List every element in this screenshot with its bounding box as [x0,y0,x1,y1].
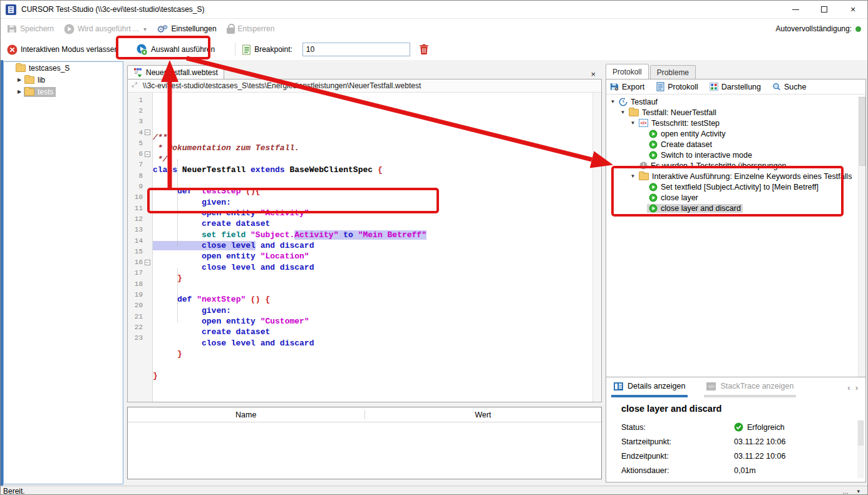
autocomplete-status: Autovervollständigung: [776,24,861,33]
variables-column-name[interactable]: Name [128,411,365,419]
code-line-9[interactable]: create dataset [153,218,592,229]
tab-neuertestfall[interactable]: NeuerTestfall.webtest [127,65,224,79]
tree-expanded-icon[interactable]: ▼ [629,120,637,126]
nav-next-icon[interactable]: › [855,383,858,392]
tree-expanded-icon[interactable]: ▼ [619,110,627,115]
code-line-17[interactable]: given: [153,305,592,316]
fold-icon[interactable]: − [145,151,150,157]
variables-table: NameWert [127,407,602,479]
play-icon [649,183,658,191]
file-tree: testcases_S▶lib▶tests [4,62,123,98]
code-line-5[interactable] [153,175,592,186]
fold-icon[interactable]: − [145,260,150,265]
code-line-1[interactable]: /** [153,132,592,143]
code-line-8[interactable]: open entity "Activity" [153,208,592,218]
code-line-2[interactable]: * Dokumentation zum Testfall. [153,143,592,153]
code-line-3[interactable]: */ [153,154,592,165]
tree-collapsed-icon[interactable]: ▶ [15,77,24,83]
file-tree-item[interactable]: ▶lib [4,74,123,86]
status-bar: Bereit. ... ▾ [1,486,867,495]
suche-button[interactable]: Suche [772,83,806,91]
tree-collapsed-icon[interactable]: ▶ [15,89,24,94]
file-tree-label: tests [38,88,53,96]
details-scrollbar[interactable] [857,420,864,478]
expand-editor-icon[interactable] [132,82,139,89]
tree-expanded-icon[interactable]: ▼ [609,99,617,105]
settings-button[interactable]: ⚙⚙ Einstellungen [157,24,216,34]
code-line-22[interactable] [153,359,592,370]
code-line-15[interactable] [153,283,592,294]
code-line-7[interactable]: given: [153,197,592,208]
unlock-button[interactable]: Entsperren [227,24,275,34]
minimize-icon [792,9,799,10]
protocol-tree-item[interactable]: ▼Testlauf [606,96,858,107]
breakpoint-input[interactable] [302,43,410,56]
stacktrace-icon: </> [706,382,716,390]
tab-close-icon[interactable]: × [591,69,596,79]
close-button[interactable]: × [839,1,867,18]
running-button[interactable]: Wird ausgeführt ... ▾ [64,24,147,34]
tab-stacktrace-anzeigen[interactable]: </> StackTrace anzeigen [704,377,796,397]
tab-protokoll[interactable]: Protokoll [606,64,649,79]
code-line-11[interactable]: close level and discard [153,240,592,251]
file-tree-item[interactable]: testcases_S [4,62,123,74]
darstellung-button[interactable]: Darstellung [710,83,761,91]
protocol-tabs: ProtokollProbleme [606,60,866,79]
code-line-18[interactable]: open entity "Customer" [153,316,592,327]
protocol-tree-item[interactable]: ▼Testfall: NeuerTestfall [606,107,858,118]
run-selection-button[interactable]: Auswahl ausführen [136,44,215,56]
details-body: close layer and discard Status:Erfolgrei… [606,397,865,482]
code-line-12[interactable]: open entity "Location" [153,251,592,262]
protocol-tree-item[interactable]: Es wurden 1 Testschritte übersprungen [606,160,858,171]
nav-prev-icon[interactable]: ‹ [847,383,850,392]
webtest-file-icon [133,68,143,77]
protocol-tree-item[interactable]: ▼</>Testschritt: testStep [606,118,858,128]
editor-column: NeuerTestfall.webtest × \\3c-evi\test-st… [127,60,602,486]
tree-expanded-icon[interactable]: ▼ [629,173,637,179]
protocol-scrollbar[interactable] [858,96,865,377]
window-title: CURSOR Test-Studio (\\3c-evi\test-studio… [21,5,205,14]
status-dropdown-icon[interactable]: ▾ [857,488,860,494]
code-line-14[interactable]: } [153,273,592,283]
editor-scrollbar[interactable] [592,93,601,402]
line-number: 15 [128,248,145,255]
code-line-20[interactable]: close level and discard [153,338,592,349]
details-row: Startzeitpunkt:03.11.22 10:06 [621,434,857,449]
protocol-tree-item[interactable]: Create dataset [606,139,858,150]
maximize-button[interactable] [810,1,839,18]
details-row: Endzeitpunkt:03.11.22 10:06 [621,449,857,463]
code-line-19[interactable]: create dataset [153,327,592,337]
code-line-6[interactable]: def "testStep"(){ [153,186,592,196]
tab-probleme[interactable]: Probleme [650,65,696,79]
code-line-13[interactable]: close level and discard [153,262,592,273]
line-number: 4 [128,129,145,136]
variables-column-wert[interactable]: Wert [365,411,602,419]
code-line-10[interactable]: set field "Subject.Activity" to "Mein Be… [153,230,592,240]
file-tree-item[interactable]: ▶tests [4,86,123,98]
leave-interactive-mode-button[interactable]: Interaktiven Modus verlassen [7,44,118,55]
delete-breakpoint-button[interactable] [419,44,429,55]
play-icon [649,204,658,213]
protocol-tree-item[interactable]: ▼Interaktive Ausführung: Einzelne Keywor… [606,171,858,181]
fold-icon[interactable]: − [145,130,150,135]
chevron-down-icon[interactable]: ▾ [143,26,147,33]
code-line-16[interactable]: def "nextStep" () { [153,294,592,305]
protocol-tree-item[interactable]: open entity Activity [606,128,858,139]
protokoll-button[interactable]: Protokoll [656,83,698,91]
protocol-tree-item[interactable]: close layer [606,192,858,203]
protocol-tree-item[interactable]: Set textfield [Subject.Activity] to [Mei… [606,181,858,192]
code-line-4[interactable]: class NeuerTestfall extends BaseWebClien… [153,165,592,175]
folder-icon [24,76,34,84]
save-button[interactable]: Speichern [7,24,54,34]
minimize-button[interactable] [781,1,810,18]
protocol-tree-item[interactable]: Switch to interactive mode [606,150,858,160]
export-button[interactable]: Export [610,83,644,91]
protocol-tree-item[interactable]: close layer and discard [606,203,858,213]
code-line-23[interactable]: } [153,370,592,381]
code-line-21[interactable]: } [153,349,592,359]
overflow-icon[interactable]: ... [842,487,848,495]
tab-details-anzeigen[interactable]: Details anzeigen [611,377,688,397]
line-number: 22 [128,324,145,331]
main-toolbar: Speichern Wird ausgeführt ... ▾ ⚙⚙ Einst… [1,18,867,39]
code-text-area[interactable]: /** * Dokumentation zum Testfall. */clas… [153,93,592,402]
